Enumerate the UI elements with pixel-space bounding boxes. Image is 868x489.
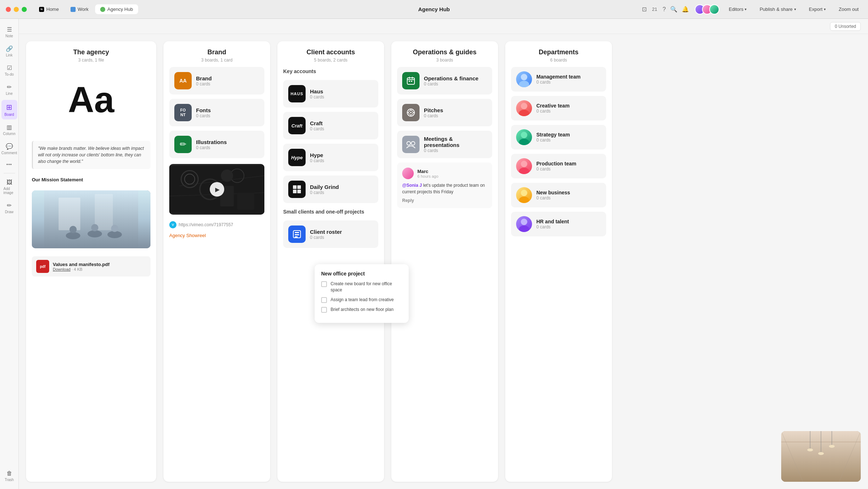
illustrations-icon-text: ✏ bbox=[180, 140, 186, 149]
brand-card-info: Brand 0 cards bbox=[196, 75, 212, 87]
note-icon: ☰ bbox=[7, 26, 12, 33]
check-text-1: Create new board for new office space bbox=[331, 281, 402, 293]
svg-point-50 bbox=[521, 132, 527, 138]
photo-inner bbox=[781, 431, 861, 482]
tool-link[interactable]: 🔗 Link bbox=[1, 42, 17, 60]
popup-title: New office project bbox=[321, 271, 402, 277]
check-item-1: Create new board for new office space bbox=[321, 281, 402, 293]
line-icon: ✏ bbox=[7, 84, 12, 90]
svg-rect-0 bbox=[44, 190, 138, 248]
dept-card-production[interactable]: Production team 0 cards bbox=[511, 154, 606, 178]
board-card-haus[interactable]: HAUS Haus 0 cards bbox=[283, 80, 378, 108]
publish-share-button[interactable]: Publish & share ▾ bbox=[756, 5, 799, 13]
tool-line-label: Line bbox=[6, 92, 13, 96]
pitches-svg bbox=[406, 108, 416, 118]
chevron-down-icon: ▾ bbox=[745, 7, 746, 11]
title-bar: N Home Work Agency Hub Agency Hub ⊡ 21 ?… bbox=[0, 0, 868, 19]
traffic-lights bbox=[6, 7, 27, 12]
svg-point-8 bbox=[111, 225, 118, 232]
tab-agency-hub[interactable]: Agency Hub bbox=[95, 4, 138, 14]
strategy-info: Strategy team 0 cards bbox=[536, 132, 570, 143]
dept-card-management[interactable]: Management team 0 cards bbox=[511, 67, 606, 92]
svg-rect-20 bbox=[293, 185, 297, 189]
pdf-download[interactable]: Download · 4 KB bbox=[53, 267, 110, 271]
column-icon: ▥ bbox=[7, 124, 12, 131]
bell-icon[interactable]: 🔔 bbox=[682, 6, 689, 13]
tool-add-image[interactable]: 🖼 Add image bbox=[1, 176, 17, 198]
board-card-pitches[interactable]: Pitches 0 cards bbox=[397, 99, 492, 126]
tool-comment[interactable]: 💬 Comment bbox=[1, 140, 17, 158]
board-card-illustrations[interactable]: ✏ Illustrations 0 cards bbox=[169, 131, 264, 158]
dept-card-new-business[interactable]: New business 0 cards bbox=[511, 183, 606, 207]
tool-line[interactable]: ✏ Line bbox=[1, 81, 17, 98]
device-icon[interactable]: ⊡ bbox=[642, 6, 647, 13]
board-card-ops-finance[interactable]: Operations & finance 0 cards bbox=[397, 67, 492, 94]
board-card-daily-grind[interactable]: Daily Grind 0 cards bbox=[283, 176, 378, 203]
vimeo-url: https://vimeo.com/71977557 bbox=[179, 222, 233, 227]
tool-note[interactable]: ☰ Note bbox=[1, 23, 17, 41]
agency-logo-card[interactable]: Aa bbox=[32, 67, 150, 132]
column-departments: Departments 6 boards Management team 0 c… bbox=[505, 41, 612, 482]
dept-card-strategy[interactable]: Strategy team 0 cards bbox=[511, 125, 606, 149]
checkbox-3[interactable] bbox=[321, 307, 327, 313]
daily-grind-count: 0 cards bbox=[310, 190, 339, 195]
board-card-meetings[interactable]: Meetings & presentations 0 cards bbox=[397, 131, 492, 158]
tool-trash[interactable]: 🗑 Trash bbox=[1, 467, 17, 485]
tool-column[interactable]: ▥ Column bbox=[1, 121, 17, 139]
help-icon[interactable]: ? bbox=[663, 6, 666, 13]
new-biz-info: New business 0 cards bbox=[536, 190, 570, 201]
svg-point-64 bbox=[807, 448, 813, 451]
checkbox-2[interactable] bbox=[321, 297, 327, 303]
board-card-hype[interactable]: Hype Hype 0 cards bbox=[283, 144, 378, 171]
pdf-download-link[interactable]: Download bbox=[53, 267, 71, 271]
svg-point-53 bbox=[519, 168, 529, 174]
search-icon[interactable]: 🔍 bbox=[670, 6, 677, 13]
tool-todo[interactable]: ☑ To-do bbox=[1, 62, 17, 79]
agency-quote-card: "We make brands matter. We believe ideas… bbox=[32, 141, 150, 169]
tool-draw[interactable]: ✏ Draw bbox=[1, 199, 17, 217]
comment-box: Marc 6 hours ago @Sonia J let's update t… bbox=[397, 163, 492, 208]
checkbox-1[interactable] bbox=[321, 281, 327, 287]
tab-work[interactable]: Work bbox=[65, 4, 94, 14]
close-button[interactable] bbox=[6, 7, 11, 12]
page-title: Agency Hub bbox=[418, 6, 450, 12]
svg-rect-21 bbox=[297, 185, 301, 189]
editors-button[interactable]: Editors ▾ bbox=[725, 5, 750, 13]
column-ops-subtitle: 3 boards bbox=[397, 58, 492, 63]
meetings-svg bbox=[406, 139, 416, 149]
tool-link-label: Link bbox=[6, 53, 12, 57]
check-item-3: Brief architects on new floor plan bbox=[321, 307, 402, 313]
daily-grind-icon bbox=[288, 181, 306, 198]
tool-trash-label: Trash bbox=[5, 478, 14, 482]
hype-info: Hype 0 cards bbox=[310, 152, 324, 163]
tool-more[interactable]: ••• bbox=[1, 159, 17, 170]
board-card-fonts[interactable]: FONT Fonts 0 cards bbox=[169, 99, 264, 126]
notif-count[interactable]: 21 bbox=[651, 6, 658, 13]
board-card-craft[interactable]: Craft Craft 0 cards bbox=[283, 112, 378, 139]
hype-title: Hype bbox=[310, 152, 324, 158]
board-card-client-roster[interactable]: Client roster 0 cards bbox=[283, 220, 378, 248]
fullscreen-button[interactable] bbox=[22, 7, 27, 12]
agency-photo-card[interactable] bbox=[32, 190, 150, 248]
play-button[interactable]: ▶ bbox=[210, 182, 224, 197]
board-card-brand[interactable]: AA Brand 0 cards bbox=[169, 67, 264, 94]
dept-card-hr[interactable]: HR and talent 0 cards bbox=[511, 212, 606, 236]
svg-point-38 bbox=[410, 112, 412, 113]
svg-point-49 bbox=[519, 110, 529, 116]
dept-card-creative[interactable]: Creative team 0 cards bbox=[511, 96, 606, 121]
video-thumbnail[interactable]: ▶ bbox=[169, 164, 264, 215]
client-roster-icon bbox=[288, 225, 306, 243]
minimize-button[interactable] bbox=[14, 7, 19, 12]
reply-button[interactable]: Reply bbox=[402, 198, 487, 203]
pdf-card[interactable]: pdf Values and manifesto.pdf Download · … bbox=[32, 256, 150, 277]
zoom-out-button[interactable]: Zoom out bbox=[835, 5, 862, 13]
tool-board[interactable]: ⊞ Board bbox=[1, 100, 17, 119]
svg-point-51 bbox=[519, 139, 529, 145]
fonts-card-icon: FONT bbox=[174, 104, 192, 121]
export-button[interactable]: Export ▾ bbox=[805, 5, 830, 13]
brand-card-icon: AA bbox=[174, 72, 192, 89]
showreel-link[interactable]: Agency Showreel bbox=[169, 233, 264, 238]
daily-grind-info: Daily Grind 0 cards bbox=[310, 184, 339, 195]
tab-home[interactable]: N Home bbox=[34, 4, 64, 14]
daily-grind-svg bbox=[292, 184, 302, 194]
